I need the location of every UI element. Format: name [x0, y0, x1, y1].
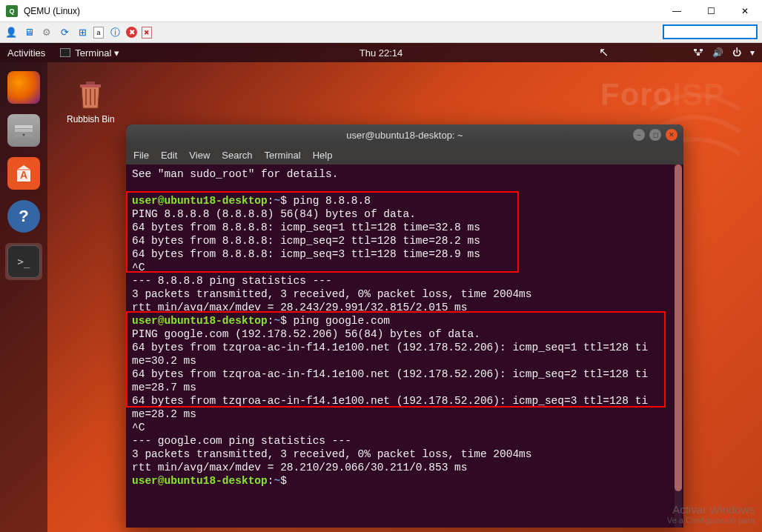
menu-help[interactable]: Help [313, 150, 333, 161]
terminal-window-controls: – ◻ ✕ [633, 129, 677, 141]
ubuntu-desktop: Activities Terminal ▾ Thu 22:14 🔊 ⏻ ▾ ↖ … [0, 43, 762, 532]
terminal-minimize-button[interactable]: – [633, 129, 645, 141]
qemu-toolbar: 👤 🖥 ⚙ ⟳ ⊞ a ⓘ ✖ ✖ [0, 22, 762, 43]
cmd-ping-domain: ping google.com [287, 315, 390, 327]
status-area[interactable]: 🔊 ⏻ ▾ [693, 47, 755, 59]
top-bar-app-label: Terminal ▾ [75, 47, 119, 59]
dock-help-icon[interactable]: ? [7, 200, 40, 233]
terminal-maximize-button[interactable]: ◻ [649, 129, 661, 141]
svg-rect-3 [15, 125, 33, 128]
doc-a-icon[interactable]: a [93, 27, 104, 39]
svg-rect-1 [700, 49, 703, 51]
menu-view[interactable]: View [189, 150, 210, 161]
gear-icon[interactable]: ⚙ [40, 26, 53, 39]
stop-icon[interactable]: ✖ [126, 27, 137, 38]
dock-software-icon[interactable]: A [7, 157, 40, 190]
host-window-title: QEMU (Linux) [24, 6, 660, 16]
dock-files-icon[interactable] [7, 114, 40, 147]
svg-rect-0 [694, 49, 697, 51]
dock-terminal-icon[interactable]: >_ [7, 245, 40, 278]
svg-point-6 [23, 134, 25, 136]
host-window-controls: — ☐ ✕ [660, 0, 762, 22]
dock-active-indicator: >_ [5, 243, 42, 280]
terminal-scrollbar[interactable] [675, 164, 682, 528]
trash-icon [73, 76, 108, 111]
ubuntu-top-bar: Activities Terminal ▾ Thu 22:14 🔊 ⏻ ▾ ↖ [0, 43, 762, 62]
trash-label: Rubbish Bin [67, 114, 115, 124]
terminal-window-title: user@ubuntu18-desktop: ~ [346, 130, 463, 141]
activate-subtitle: Ve a Configuración para [667, 516, 755, 525]
info-icon[interactable]: ⓘ [108, 26, 122, 39]
terminal-app-icon [60, 48, 70, 57]
svg-rect-4 [15, 129, 33, 132]
user-icon[interactable]: 👤 [4, 26, 18, 39]
minimize-button[interactable]: — [660, 0, 694, 22]
cmd-ping-ip: ping 8.8.8.8 [287, 195, 371, 207]
menu-search[interactable]: Search [222, 150, 252, 161]
dock-firefox-icon[interactable] [7, 71, 40, 104]
monitor-icon[interactable]: 🖥 [22, 26, 36, 39]
menu-terminal[interactable]: Terminal [265, 150, 301, 161]
power-icon: ⏻ [732, 47, 741, 58]
toolbar-input[interactable] [663, 24, 758, 39]
scrollbar-thumb[interactable] [675, 164, 682, 491]
activate-windows-watermark: Activar Windows Ve a Configuración para [667, 503, 755, 525]
svg-text:A: A [20, 169, 27, 181]
refresh-icon[interactable]: ⟳ [58, 26, 71, 39]
terminal-menubar: File Edit View Search Terminal Help [126, 145, 683, 164]
chevron-down-icon: ▾ [750, 47, 755, 58]
host-window-titlebar: Q QEMU (Linux) — ☐ ✕ [0, 0, 762, 22]
top-bar-app-menu[interactable]: Terminal ▾ [60, 47, 119, 59]
mouse-cursor-icon: ↖ [599, 45, 609, 59]
maximize-button[interactable]: ☐ [694, 0, 728, 22]
menu-file[interactable]: File [133, 150, 149, 161]
clipboard-x-icon[interactable]: ✖ [142, 27, 152, 39]
windows-icon[interactable]: ⊞ [76, 26, 89, 39]
menu-edit[interactable]: Edit [161, 150, 177, 161]
qemu-app-icon: Q [6, 5, 18, 17]
activate-title: Activar Windows [667, 503, 755, 516]
close-button[interactable]: ✕ [728, 0, 762, 22]
ubuntu-dock: A ? >_ [0, 62, 47, 532]
clock[interactable]: Thu 22:14 [360, 47, 403, 59]
terminal-titlebar[interactable]: user@ubuntu18-desktop: ~ – ◻ ✕ [126, 124, 683, 145]
terminal-close-button[interactable]: ✕ [666, 129, 677, 141]
prompt-path: ~ [274, 195, 280, 207]
prompt-user: user@ubuntu18-desktop [132, 195, 268, 207]
gnome-terminal-window: user@ubuntu18-desktop: ~ – ◻ ✕ File Edit… [126, 124, 683, 528]
desktop-icon-trash[interactable]: Rubbish Bin [67, 76, 115, 124]
activities-button[interactable]: Activities [7, 47, 45, 59]
volume-icon: 🔊 [712, 47, 723, 58]
terminal-body[interactable]: See "man sudo_root" for details. user@ub… [126, 164, 683, 528]
network-icon [693, 47, 703, 59]
